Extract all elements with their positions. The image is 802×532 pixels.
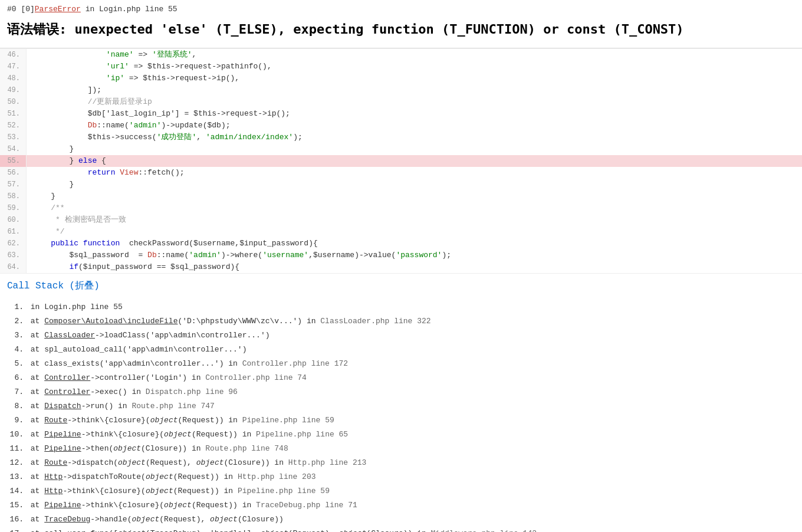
code-content-61: */ [27, 226, 65, 238]
code-line-59: 59. /** [0, 202, 802, 214]
code-content-52: Db::name('admin')->update($db); [27, 120, 230, 132]
code-content-54: } [27, 143, 74, 155]
callstack-item-12: 12. at Route->dispatch(object(Request), … [7, 456, 795, 470]
error-header: #0 [0]ParseError in Login.php line 55 语法… [0, 0, 802, 48]
code-content-63: $sql_password = Db::name('admin')->where… [27, 249, 451, 261]
callstack-num-8: 8. [7, 400, 24, 412]
callstack-header[interactable]: Call Stack (折叠) [0, 274, 802, 298]
code-content-53: $this->success('成功登陆', 'admin/index/inde… [27, 132, 303, 143]
code-content-47: 'url' => $this->request->pathinfo(), [27, 61, 272, 73]
callstack-num-1: 1. [7, 301, 24, 313]
callstack-text-1: in Login.php line 55 [26, 301, 123, 313]
callstack-text-4: at spl_autoload_call('app\admin\controll… [26, 344, 246, 356]
line-num-50: 50. [0, 96, 27, 108]
callstack-num-3: 3. [7, 330, 24, 341]
code-line-63: 63. $sql_password = Db::name('admin')->w… [0, 249, 802, 261]
code-line-61: 61. */ [0, 226, 802, 238]
callstack-num-4: 4. [7, 344, 24, 356]
callstack-num-9: 9. [7, 415, 24, 426]
code-line-52: 52. Db::name('admin')->update($db); [0, 120, 802, 132]
callstack-item-1: 1. in Login.php line 55 [7, 300, 795, 314]
callstack-text-11: at Pipeline->then(object(Closure)) in Ro… [26, 443, 288, 455]
callstack-item-2: 2. at Composer\Autoload\includeFile('D:\… [7, 314, 795, 329]
code-line-47: 47. 'url' => $this->request->pathinfo(), [0, 61, 802, 73]
callstack-num-15: 15. [7, 500, 24, 511]
callstack-item-17: 17. at call_user_func([object(TraceDebug… [7, 527, 795, 532]
code-content-59: /** [27, 202, 65, 214]
code-content-51: $db['last_login_ip'] = $this->request->i… [27, 108, 290, 120]
callstack-text-13: at Http->dispatchToRoute(object(Request)… [26, 471, 316, 483]
code-line-55: 55. } else { [0, 155, 802, 167]
line-num-49: 49. [0, 84, 27, 96]
code-line-50: 50. //更新最后登录ip [0, 96, 802, 108]
code-line-64: 64. if($input_password == $sql_password)… [0, 261, 802, 273]
line-num-51: 51. [0, 108, 27, 120]
code-line-49: 49. ]); [0, 84, 802, 96]
callstack-toggle-link[interactable]: Call Stack (折叠) [7, 281, 100, 291]
callstack-item-5: 5. at class_exists('app\admin\controller… [7, 357, 795, 371]
line-num-59: 59. [0, 202, 27, 214]
callstack-num-12: 12. [7, 457, 24, 469]
callstack-num-14: 14. [7, 485, 24, 497]
error-message: 语法错误: unexpected 'else' (T_ELSE), expect… [7, 16, 795, 43]
code-line-62: 62. public function checkPassword($usern… [0, 238, 802, 249]
callstack-text-7: at Controller->exec() in Dispatch.php li… [26, 386, 238, 398]
code-line-48: 48. 'ip' => $this->request->ip(), [0, 73, 802, 84]
line-num-52: 52. [0, 120, 27, 132]
line-num-46: 46. [0, 49, 27, 61]
line-num-62: 62. [0, 238, 27, 249]
callstack-item-10: 10. at Pipeline->think\{closure}(object(… [7, 428, 795, 442]
callstack-num-2: 2. [7, 316, 24, 327]
callstack-text-17: at call_user_func([object(TraceDebug), '… [26, 528, 537, 532]
callstack-text-16: at TraceDebug->handle(object(Request), o… [26, 514, 284, 526]
code-line-58: 58. } [0, 191, 802, 202]
line-num-56: 56. [0, 167, 27, 179]
callstack-text-12: at Route->dispatch(object(Request), obje… [26, 457, 366, 469]
callstack-text-8: at Dispatch->run() in Route.php line 747 [26, 400, 215, 412]
code-line-56: 56. return View::fetch(); [0, 167, 802, 179]
callstack-item-7: 7. at Controller->exec() in Dispatch.php… [7, 385, 795, 399]
error-title-line: #0 [0]ParseError in Login.php line 55 [7, 5, 795, 14]
line-num-58: 58. [0, 191, 27, 202]
line-num-47: 47. [0, 61, 27, 73]
code-block: 46. 'name' => '登陆系统', 47. 'url' => $this… [0, 48, 802, 274]
line-num-61: 61. [0, 226, 27, 238]
code-content-55: } else { [27, 155, 106, 167]
line-num-64: 64. [0, 261, 27, 273]
error-page: #0 [0]ParseError in Login.php line 55 语法… [0, 0, 802, 532]
line-num-60: 60. [0, 214, 27, 226]
code-content-50: //更新最后登录ip [27, 96, 152, 108]
callstack-text-6: at Controller->controller('Login') in Co… [26, 372, 307, 384]
callstack-item-3: 3. at ClassLoader->loadClass('app\admin\… [7, 329, 795, 343]
code-line-53: 53. $this->success('成功登陆', 'admin/index/… [0, 132, 802, 143]
code-content-57: } [27, 179, 74, 191]
callstack-text-5: at class_exists('app\admin\controller...… [26, 358, 348, 370]
callstack-text-14: at Http->think\{closure}(object(Request)… [26, 485, 330, 497]
callstack-item-15: 15. at Pipeline->think\{closure}(object(… [7, 498, 795, 513]
code-content-58: } [27, 191, 55, 202]
callstack-item-14: 14. at Http->think\{closure}(object(Requ… [7, 484, 795, 498]
callstack-text-3: at ClassLoader->loadClass('app\admin\con… [26, 330, 270, 341]
callstack-num-17: 17. [7, 528, 24, 532]
callstack-text-2: at Composer\Autoload\includeFile('D:\php… [26, 316, 431, 327]
line-num-54: 54. [0, 143, 27, 155]
line-num-55: 55. [0, 155, 27, 167]
callstack-text-10: at Pipeline->think\{closure}(object(Requ… [26, 429, 348, 441]
callstack-text-9: at Route->think\{closure}(object(Request… [26, 415, 334, 426]
callstack-item-9: 9. at Route->think\{closure}(object(Requ… [7, 413, 795, 428]
callstack-item-6: 6. at Controller->controller('Login') in… [7, 371, 795, 385]
code-line-46: 46. 'name' => '登陆系统', [0, 49, 802, 61]
callstack-num-16: 16. [7, 514, 24, 526]
callstack-num-7: 7. [7, 386, 24, 398]
line-num-57: 57. [0, 179, 27, 191]
code-line-60: 60. * 检测密码是否一致 [0, 214, 802, 226]
code-content-56: return View::fetch(); [27, 167, 184, 179]
callstack-num-6: 6. [7, 372, 24, 384]
code-content-62: public function checkPassword($username,… [27, 238, 318, 249]
callstack-num-5: 5. [7, 358, 24, 370]
line-num-48: 48. [0, 73, 27, 84]
code-line-57: 57. } [0, 179, 802, 191]
callstack-num-11: 11. [7, 443, 24, 455]
code-line-51: 51. $db['last_login_ip'] = $this->reques… [0, 108, 802, 120]
parse-error-label: ParseError [35, 5, 81, 14]
